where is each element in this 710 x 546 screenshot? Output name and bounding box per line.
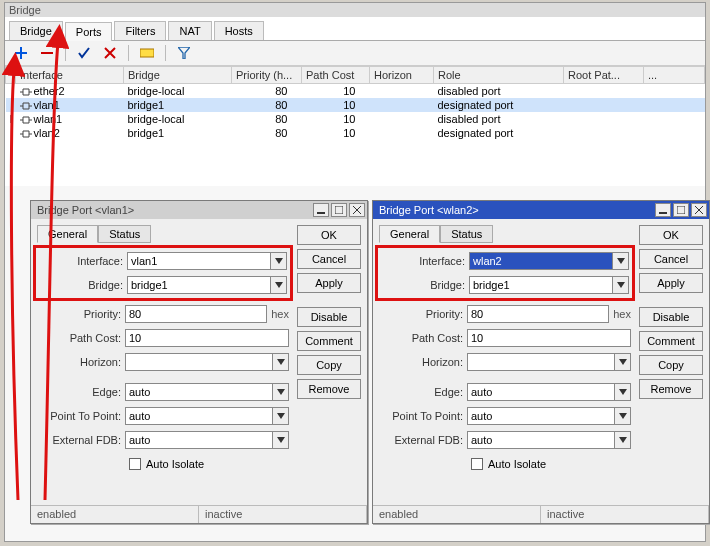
tab-nat[interactable]: NAT [168,21,211,40]
remove-button[interactable]: Remove [297,379,361,399]
tab-filters[interactable]: Filters [114,21,166,40]
auto-isolate-checkbox[interactable] [471,458,483,470]
enable-button[interactable] [74,44,94,62]
minimize-icon[interactable] [655,203,671,217]
close-icon[interactable] [691,203,707,217]
comment-button[interactable]: Comment [297,331,361,351]
chevron-down-icon[interactable] [613,252,629,270]
disable-button[interactable]: Disable [639,307,703,327]
interface-select[interactable]: vlan1 [127,252,271,270]
copy-button[interactable]: Copy [297,355,361,375]
toolbar [5,41,705,66]
copy-button[interactable]: Copy [639,355,703,375]
ok-button[interactable]: OK [297,225,361,245]
tab-ports[interactable]: Ports [65,22,113,41]
horizon-input[interactable] [467,353,615,371]
pathcost-label: Path Cost: [37,332,125,344]
chevron-down-icon[interactable] [615,431,631,449]
interface-select[interactable]: wlan2 [469,252,613,270]
hex-label: hex [271,308,289,320]
auto-isolate-checkbox[interactable] [129,458,141,470]
table-row[interactable]: vlan2 bridge1 80 10 designated port [6,126,705,140]
efdb-label: External FDB: [37,434,125,446]
edge-select[interactable]: auto [125,383,273,401]
dialog-titlebar[interactable]: Bridge Port <vlan1> [31,201,367,219]
remove-button[interactable] [37,44,57,62]
tab-bridge[interactable]: Bridge [9,21,63,40]
bridge-select[interactable]: bridge1 [127,276,271,294]
horizon-input[interactable] [125,353,273,371]
window-title: Bridge [5,3,705,17]
apply-button[interactable]: Apply [639,273,703,293]
tab-hosts[interactable]: Hosts [214,21,264,40]
col-horizon[interactable]: Horizon [370,67,434,84]
bridge-label: Bridge: [39,279,127,291]
status-inactive: inactive [199,506,367,523]
efdb-select[interactable]: auto [125,431,273,449]
pathcost-input[interactable]: 10 [467,329,631,347]
filter-button[interactable] [174,44,194,62]
priority-label: Priority: [37,308,125,320]
edge-label: Edge: [37,386,125,398]
col-bridge[interactable]: Bridge [124,67,232,84]
chevron-down-icon[interactable] [273,431,289,449]
col-role[interactable]: Role [434,67,564,84]
priority-label: Priority: [379,308,467,320]
svg-rect-1 [140,49,154,57]
efdb-label: External FDB: [379,434,467,446]
col-rootpat[interactable]: Root Pat... [564,67,644,84]
tab-general[interactable]: General [37,225,98,243]
bridge-label: Bridge: [381,279,469,291]
dialog-titlebar[interactable]: Bridge Port <wlan2> [373,201,709,219]
chevron-down-icon[interactable] [271,276,287,294]
col-pathcost[interactable]: Path Cost [302,67,370,84]
disable-button[interactable]: Disable [297,307,361,327]
edge-select[interactable]: auto [467,383,615,401]
close-icon[interactable] [349,203,365,217]
ptp-select[interactable]: auto [125,407,273,425]
tab-status[interactable]: Status [98,225,151,243]
efdb-select[interactable]: auto [467,431,615,449]
svg-rect-2 [317,212,325,214]
ptp-select[interactable]: auto [467,407,615,425]
chevron-down-icon[interactable] [615,353,631,371]
bridge-select[interactable]: bridge1 [469,276,613,294]
comment-button[interactable]: Comment [639,331,703,351]
remove-button[interactable]: Remove [639,379,703,399]
maximize-icon[interactable] [673,203,689,217]
chevron-down-icon[interactable] [271,252,287,270]
col-extra[interactable]: ... [644,67,705,84]
priority-input[interactable]: 80 [125,305,267,323]
interface-label: Interface: [39,255,127,267]
minimize-icon[interactable] [313,203,329,217]
table-row[interactable]: ether2 bridge-local 80 10 disabled port [6,84,705,98]
interface-label: Interface: [381,255,469,267]
comment-button[interactable] [137,44,157,62]
priority-input[interactable]: 80 [467,305,609,323]
col-priority[interactable]: Priority (h... [232,67,302,84]
chevron-down-icon[interactable] [615,383,631,401]
maximize-icon[interactable] [331,203,347,217]
table-row[interactable]: I wlan1 bridge-local 80 10 disabled port [6,112,705,126]
disable-button[interactable] [100,44,120,62]
cancel-button[interactable]: Cancel [297,249,361,269]
table-row[interactable]: vlan1 bridge1 80 10 designated port [6,98,705,112]
tab-general[interactable]: General [379,225,440,243]
pathcost-input[interactable]: 10 [125,329,289,347]
auto-isolate-label: Auto Isolate [146,458,204,470]
status-enabled: enabled [31,506,199,523]
chevron-down-icon[interactable] [273,407,289,425]
dialog-title: Bridge Port <wlan2> [379,204,479,216]
ports-table: Interface Bridge Priority (h... Path Cos… [5,66,705,186]
chevron-down-icon[interactable] [613,276,629,294]
tab-status[interactable]: Status [440,225,493,243]
add-button[interactable] [11,44,31,62]
status-inactive: inactive [541,506,709,523]
apply-button[interactable]: Apply [297,273,361,293]
chevron-down-icon[interactable] [615,407,631,425]
ok-button[interactable]: OK [639,225,703,245]
col-interface[interactable]: Interface [16,67,124,84]
chevron-down-icon[interactable] [273,353,289,371]
cancel-button[interactable]: Cancel [639,249,703,269]
chevron-down-icon[interactable] [273,383,289,401]
